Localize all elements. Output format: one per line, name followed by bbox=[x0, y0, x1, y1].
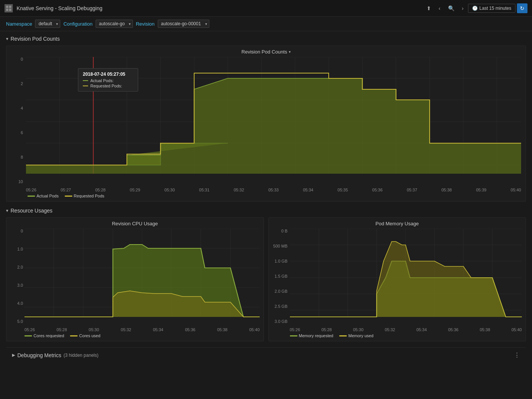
actual-pods-legend-item: Actual Pods bbox=[27, 194, 59, 198]
cpu-x-labels: 05:26 05:28 05:30 05:32 05:34 05:36 05:3… bbox=[24, 327, 260, 332]
pod-counts-x-labels: 05:26 05:27 05:28 05:29 05:30 05:31 05:3… bbox=[26, 187, 521, 192]
tooltip-requested-row: Requested Pods: bbox=[83, 84, 133, 88]
revision-select-wrapper[interactable]: autoscale-go-00001 bbox=[158, 20, 209, 28]
app-title: Knative Serving - Scaling Debugging bbox=[17, 5, 424, 11]
pod-counts-chart-panel: Revision Pod Counts ▾ 2018-07-24 05:27:0… bbox=[6, 46, 526, 202]
pod-counts-title: Revision Pod Counts bbox=[11, 36, 60, 42]
time-range-button[interactable]: 🕐 Last 15 minutes bbox=[468, 4, 515, 13]
requested-pods-legend-item: Requested Pods bbox=[65, 194, 104, 198]
svg-rect-1 bbox=[9, 6, 11, 8]
share-button[interactable]: ⬆ bbox=[424, 3, 434, 14]
time-range-label: Last 15 minutes bbox=[479, 6, 511, 11]
memory-x-labels: 05:26 05:28 05:30 05:32 05:34 05:36 05:3… bbox=[290, 327, 522, 332]
cores-used-legend-label: Cores used bbox=[79, 333, 100, 338]
memory-chart-panel: Pod Memory Usage 3.0 GB 2.5 GB 2.0 GB 1.… bbox=[268, 217, 526, 341]
namespace-label: Namespace bbox=[6, 21, 32, 27]
tooltip-time: 2018-07-24 05:27:05 bbox=[83, 72, 133, 77]
debug-title: Debugging Metrics bbox=[17, 352, 61, 358]
tooltip-requested-label: Requested Pods: bbox=[90, 84, 122, 88]
svg-rect-2 bbox=[6, 9, 8, 11]
cpu-svg bbox=[24, 229, 260, 327]
debug-section-header[interactable]: ▶ Debugging Metrics (3 hidden panels) ⋮ bbox=[6, 347, 526, 362]
memory-used-legend-item: Memory used bbox=[339, 333, 373, 338]
memory-svg bbox=[290, 229, 522, 327]
memory-used-legend-label: Memory used bbox=[348, 333, 373, 338]
namespace-select-wrapper[interactable]: default bbox=[35, 20, 60, 28]
main-content: ▾ Revision Pod Counts Revision Pod Count… bbox=[0, 31, 532, 367]
memory-y-labels: 3.0 GB 2.5 GB 2.0 GB 1.5 GB 1.0 GB 500 M… bbox=[269, 229, 289, 324]
actual-pods-legend-line bbox=[27, 196, 35, 197]
pod-counts-chart-title: Revision Pod Counts ▾ bbox=[6, 49, 526, 55]
top-bar: Knative Serving - Scaling Debugging ⬆ ‹ … bbox=[0, 0, 532, 17]
pod-counts-legend: Actual Pods Requested Pods bbox=[6, 192, 526, 199]
cpu-chart-panel: Revision CPU Usage 5.0 4.0 3.0 2.0 1.0 0 bbox=[6, 217, 264, 341]
svg-marker-26 bbox=[26, 78, 521, 174]
pod-counts-y-labels: 10 8 6 4 2 0 bbox=[6, 57, 24, 184]
configuration-select-wrapper[interactable]: autoscale-go bbox=[96, 20, 133, 28]
cores-requested-legend-label: Cores requested bbox=[34, 333, 64, 338]
app-icon bbox=[5, 4, 13, 12]
requested-pods-legend-line bbox=[65, 196, 72, 197]
svg-rect-3 bbox=[9, 9, 11, 11]
cpu-y-labels: 5.0 4.0 3.0 2.0 1.0 0 bbox=[6, 229, 24, 324]
configuration-select[interactable]: autoscale-go bbox=[96, 20, 133, 28]
memory-requested-legend-label: Memory requested bbox=[299, 333, 334, 338]
memory-requested-legend-item: Memory requested bbox=[290, 333, 334, 338]
cores-requested-legend-line bbox=[24, 335, 32, 336]
pod-counts-tooltip: 2018-07-24 05:27:05 Actual Pods: Request… bbox=[78, 68, 138, 92]
tooltip-actual-row: Actual Pods: bbox=[83, 78, 133, 83]
resource-section-header[interactable]: ▾ Resource Usages bbox=[6, 208, 526, 214]
back-button[interactable]: ‹ bbox=[436, 3, 444, 14]
more-icon[interactable]: ⋮ bbox=[514, 352, 520, 359]
resource-title: Resource Usages bbox=[11, 208, 52, 214]
nav-bar: Namespace default Configuration autoscal… bbox=[0, 17, 532, 31]
svg-rect-0 bbox=[6, 6, 8, 8]
cpu-legend: Cores requested Cores used bbox=[6, 332, 264, 339]
revision-label: Revision bbox=[136, 21, 155, 27]
revision-select[interactable]: autoscale-go-00001 bbox=[158, 20, 209, 28]
memory-requested-legend-line bbox=[290, 335, 297, 336]
svg-marker-57 bbox=[290, 242, 522, 317]
memory-used-legend-line bbox=[339, 335, 347, 336]
search-button[interactable]: 🔍 bbox=[445, 3, 457, 14]
clock-icon: 🕐 bbox=[472, 6, 478, 11]
pod-counts-section-header[interactable]: ▾ Revision Pod Counts bbox=[6, 36, 526, 42]
namespace-select[interactable]: default bbox=[35, 20, 60, 28]
memory-chart-title: Pod Memory Usage bbox=[269, 221, 526, 226]
pod-counts-chevron: ▾ bbox=[6, 36, 8, 41]
requested-pods-legend-label: Requested Pods bbox=[74, 194, 104, 198]
cores-used-legend-item: Cores used bbox=[70, 333, 100, 338]
configuration-label: Configuration bbox=[63, 21, 92, 27]
cpu-chart-title: Revision CPU Usage bbox=[6, 221, 264, 226]
chart-title-dropdown-icon: ▾ bbox=[289, 50, 291, 54]
forward-button[interactable]: › bbox=[459, 3, 467, 14]
tooltip-requested-dash bbox=[83, 86, 88, 86]
cores-used-legend-line bbox=[70, 335, 78, 336]
top-actions: ⬆ ‹ 🔍 › 🕐 Last 15 minutes ↻ bbox=[424, 3, 527, 14]
tooltip-actual-label: Actual Pods: bbox=[90, 78, 114, 83]
memory-legend: Memory requested Memory used bbox=[269, 332, 526, 339]
refresh-button[interactable]: ↻ bbox=[517, 3, 527, 13]
debug-chevron: ▶ bbox=[12, 353, 15, 358]
resource-charts-row: Revision CPU Usage 5.0 4.0 3.0 2.0 1.0 0 bbox=[6, 217, 526, 341]
actual-pods-legend-label: Actual Pods bbox=[37, 194, 59, 198]
debug-hidden-count: (3 hidden panels) bbox=[64, 353, 99, 358]
tooltip-actual-dash bbox=[83, 80, 88, 81]
cores-requested-legend-item: Cores requested bbox=[24, 333, 64, 338]
resource-chevron: ▾ bbox=[6, 208, 8, 213]
